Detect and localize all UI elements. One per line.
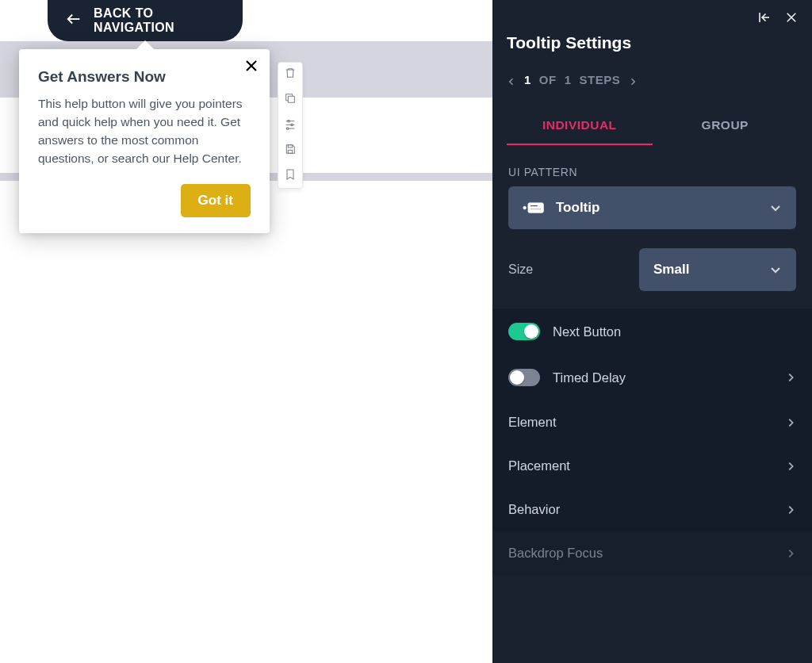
- tooltip-pattern-icon: [523, 200, 545, 216]
- collapse-icon: [757, 10, 772, 28]
- row-label: Placement: [508, 458, 772, 473]
- steps-label: STEPS: [580, 73, 621, 86]
- step-prev-button[interactable]: [507, 75, 516, 85]
- step-next-button[interactable]: [628, 75, 638, 85]
- trash-icon: [284, 67, 297, 82]
- tooltip-title: Get Answers Now: [38, 68, 251, 86]
- row-placement[interactable]: Placement: [492, 444, 812, 488]
- tooltip-close-button[interactable]: [241, 57, 262, 78]
- svg-rect-10: [288, 145, 292, 148]
- row-label: Backdrop Focus: [508, 546, 772, 561]
- copy-icon: [284, 92, 297, 108]
- tab-group[interactable]: GROUP: [653, 109, 799, 145]
- row-label: Element: [508, 415, 772, 430]
- back-to-navigation-button[interactable]: BACK TO NAVIGATION: [48, 0, 243, 41]
- settings-button[interactable]: [283, 118, 297, 132]
- svg-rect-19: [530, 209, 542, 210]
- row-next-button: Next Button: [492, 309, 812, 354]
- ui-pattern-label: UI PATTERN: [508, 166, 796, 178]
- size-value: Small: [653, 262, 758, 278]
- size-label: Size: [508, 263, 628, 277]
- collapse-panel-button[interactable]: [756, 11, 772, 27]
- svg-point-16: [523, 206, 527, 209]
- sliders-icon: [284, 117, 297, 133]
- bookmark-button[interactable]: [283, 169, 297, 183]
- row-element[interactable]: Element: [492, 400, 812, 444]
- svg-rect-11: [288, 150, 292, 153]
- settings-tabs: INDIVIDUAL GROUP: [507, 109, 798, 145]
- row-behavior[interactable]: Behavior: [492, 488, 812, 531]
- arrow-left-icon: [65, 10, 82, 31]
- timed-delay-toggle[interactable]: [508, 369, 540, 386]
- chevron-right-icon: [785, 461, 796, 472]
- close-icon: [245, 59, 258, 75]
- editor-toolbar: [278, 62, 303, 189]
- back-label: BACK TO NAVIGATION: [94, 6, 225, 35]
- row-backdrop-focus[interactable]: Backdrop Focus: [492, 531, 812, 575]
- tab-individual[interactable]: INDIVIDUAL: [507, 109, 653, 145]
- save-icon: [284, 143, 297, 159]
- row-label: Timed Delay: [553, 370, 772, 385]
- chevron-down-icon: [769, 201, 782, 214]
- tooltip-preview: Get Answers Now This help button will gi…: [19, 49, 270, 233]
- chevron-left-icon: [507, 75, 516, 85]
- tooltip-cta-button[interactable]: Got it: [181, 184, 251, 217]
- row-label: Behavior: [508, 502, 772, 517]
- copy-button[interactable]: [283, 93, 297, 107]
- chevron-right-icon: [785, 504, 796, 515]
- row-timed-delay[interactable]: Timed Delay: [492, 354, 812, 400]
- step-current: 1: [524, 73, 531, 86]
- ui-pattern-value: Tooltip: [556, 200, 758, 216]
- size-section: Size Small: [492, 229, 812, 309]
- step-total: 1: [565, 73, 572, 86]
- svg-rect-17: [528, 203, 543, 213]
- svg-rect-3: [288, 96, 294, 102]
- chevron-right-icon: [628, 75, 638, 85]
- save-button[interactable]: [283, 144, 297, 158]
- bookmark-icon: [284, 168, 297, 184]
- step-of-label: OF: [539, 73, 557, 86]
- editor-canvas: BACK TO NAVIGATION Get Answers Now This …: [0, 0, 492, 663]
- settings-panel: Tooltip Settings 1 OF 1 STEPS INDIVIDUAL…: [492, 0, 812, 663]
- panel-title: Tooltip Settings: [507, 33, 798, 52]
- chevron-down-icon: [769, 263, 782, 276]
- chevron-right-icon: [785, 417, 796, 428]
- next-button-toggle[interactable]: [508, 323, 540, 340]
- settings-rows: Next Button Timed Delay Element Placemen…: [492, 309, 812, 575]
- size-select[interactable]: Small: [639, 248, 796, 291]
- delete-button[interactable]: [283, 67, 297, 82]
- chevron-right-icon: [785, 548, 796, 559]
- row-label: Next Button: [553, 324, 796, 339]
- chevron-right-icon: [785, 372, 796, 383]
- svg-rect-18: [530, 205, 538, 207]
- ui-pattern-section: UI PATTERN Tooltip: [492, 153, 812, 229]
- tooltip-body: This help button will give you pointers …: [38, 95, 251, 168]
- step-navigator: 1 OF 1 STEPS: [507, 73, 798, 86]
- close-icon: [784, 10, 799, 28]
- ui-pattern-select[interactable]: Tooltip: [508, 186, 796, 229]
- close-panel-button[interactable]: [783, 11, 799, 27]
